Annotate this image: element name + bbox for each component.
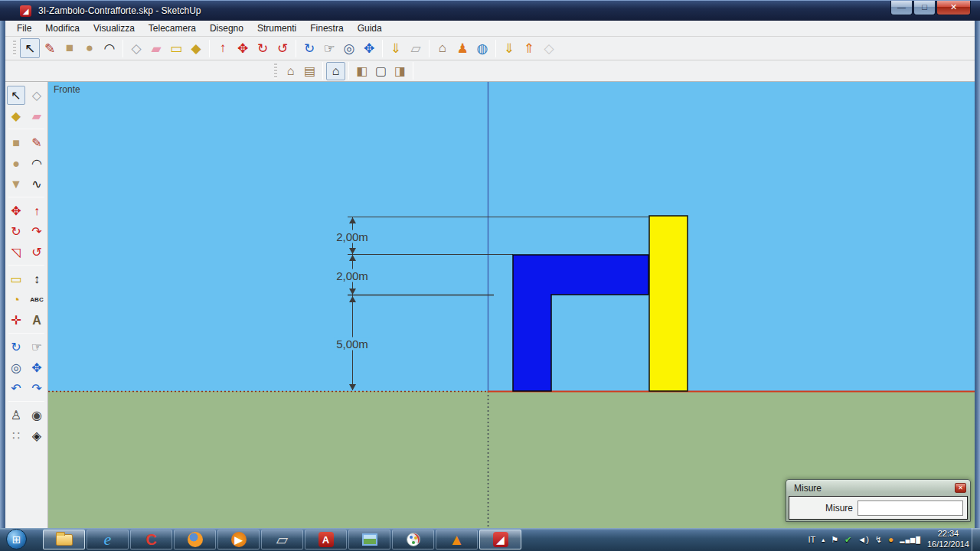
walk-tool-icon[interactable]: ∷ xyxy=(7,426,25,445)
add-building-icon[interactable]: ⌂ xyxy=(433,38,452,58)
arc-tool-icon[interactable]: ◠ xyxy=(100,38,119,58)
axes-tool-icon[interactable]: ✛ xyxy=(7,311,25,330)
zoom-extents-tool-icon[interactable]: ✥ xyxy=(359,38,379,58)
measure-panel-close-icon[interactable]: ✕ xyxy=(955,483,966,493)
toolbar-grip[interactable] xyxy=(13,41,16,56)
rotate-tool-icon[interactable]: ↻ xyxy=(253,38,273,58)
menu-finestra[interactable]: Finestra xyxy=(303,21,350,35)
rectangle-tool-icon[interactable]: ■ xyxy=(7,133,25,152)
show-hidden-icons-chevron[interactable]: ▴ xyxy=(822,536,825,543)
show-desktop-button[interactable] xyxy=(972,528,980,551)
taskbar-image-viewer-button[interactable] xyxy=(348,530,390,549)
pan-tool-icon[interactable]: ☞ xyxy=(319,38,339,58)
front-view-icon[interactable]: ⌂ xyxy=(326,62,345,80)
follow-me-tool-icon[interactable]: ↷ xyxy=(28,222,46,241)
make-component-tool-icon[interactable]: ◇ xyxy=(126,38,146,58)
push-pull-tool-icon[interactable]: ↑ xyxy=(213,38,233,58)
eraser-tool-icon[interactable]: ▰ xyxy=(28,106,46,126)
maximize-button[interactable]: □ xyxy=(913,1,936,15)
taskbar-paint-button[interactable] xyxy=(392,530,434,549)
menu-modifica[interactable]: Modifica xyxy=(38,21,87,35)
minimize-button[interactable]: — xyxy=(890,1,913,15)
paint-bucket-tool-icon[interactable]: ◆ xyxy=(186,38,206,58)
google-earth-icon[interactable]: ◍ xyxy=(472,38,492,58)
tray-app-icon[interactable]: ● xyxy=(888,534,893,545)
select-tool-icon[interactable]: ↖ xyxy=(20,38,40,58)
toggle-terrain-icon[interactable]: ▱ xyxy=(406,38,426,58)
orbit-tool-icon[interactable]: ↻ xyxy=(7,337,25,357)
drawing-canvas[interactable]: Fronte 2,00m 2,00m 5,00m xyxy=(48,82,975,528)
taskbar-adobe-reader-button[interactable]: A xyxy=(305,530,347,549)
power-icon[interactable]: ↯ xyxy=(875,535,882,545)
protractor-tool-icon[interactable]: ◔ xyxy=(7,290,25,309)
taskbar-vlc-button[interactable]: ▲ xyxy=(436,530,478,549)
menu-disegno[interactable]: Disegno xyxy=(203,21,250,35)
zoom-tool-icon[interactable]: ◎ xyxy=(7,358,25,377)
tape-measure-tool-icon[interactable]: ▭ xyxy=(166,38,186,58)
scale-tool-icon[interactable]: ◹ xyxy=(7,243,25,262)
get-models-icon[interactable]: ⇓ xyxy=(499,38,519,58)
start-button[interactable]: ⊞ xyxy=(6,529,27,549)
freehand-tool-icon[interactable]: ∿ xyxy=(28,174,46,194)
eraser-tool-icon[interactable]: ▰ xyxy=(146,38,166,58)
circle-tool-icon[interactable]: ● xyxy=(80,38,100,58)
right-view-icon[interactable]: ◧ xyxy=(352,62,371,80)
menu-telecamera[interactable]: Telecamera xyxy=(142,21,203,35)
menu-guida[interactable]: Guida xyxy=(351,21,389,35)
select-tool-icon[interactable]: ↖ xyxy=(7,86,25,105)
move-tool-icon[interactable]: ✥ xyxy=(233,38,253,58)
action-center-flag-icon[interactable]: ⚑ xyxy=(831,535,838,545)
rotate-tool-icon[interactable]: ↻ xyxy=(7,222,25,241)
share-model-icon[interactable]: ⇑ xyxy=(519,38,539,58)
blue-l-shape[interactable] xyxy=(513,255,648,391)
orbit-tool-icon[interactable]: ↻ xyxy=(299,38,319,58)
volume-icon[interactable]: ◄) xyxy=(858,535,869,544)
toolbar-grip[interactable] xyxy=(274,64,277,79)
taskbar-3d-box-app-button[interactable]: ▱ xyxy=(261,530,303,549)
line-tool-icon[interactable]: ✎ xyxy=(40,38,60,58)
left-view-icon[interactable]: ◨ xyxy=(390,62,410,80)
look-around-tool-icon[interactable]: ◉ xyxy=(28,406,46,425)
zoom-previous-tool-icon[interactable]: ↶ xyxy=(7,379,25,398)
zoom-tool-icon[interactable]: ◎ xyxy=(339,38,359,58)
menu-visualizza[interactable]: Visualizza xyxy=(87,21,142,35)
dimension-tool-icon[interactable]: ↕ xyxy=(28,269,46,289)
taskbar-sketchup-button[interactable]: ◢ xyxy=(479,530,521,549)
taskbar-media-player-button[interactable]: ▶ xyxy=(217,530,260,549)
language-indicator[interactable]: IT xyxy=(808,535,815,544)
taskbar-explorer-button[interactable] xyxy=(43,530,85,549)
back-view-icon[interactable]: ▢ xyxy=(371,62,390,80)
yellow-column[interactable] xyxy=(649,216,688,391)
photo-textures-icon[interactable]: ♟ xyxy=(452,38,472,58)
share-component-icon[interactable]: ◇ xyxy=(539,38,559,58)
close-button[interactable]: ✕ xyxy=(936,1,971,15)
get-current-view-icon[interactable]: ⇓ xyxy=(386,38,406,58)
line-tool-icon[interactable]: ✎ xyxy=(28,133,46,152)
paint-bucket-tool-icon[interactable]: ◆ xyxy=(7,106,25,126)
pan-tool-icon[interactable]: ☞ xyxy=(28,337,46,357)
rectangle-tool-icon[interactable]: ■ xyxy=(60,38,80,58)
position-camera-tool-icon[interactable]: ♙ xyxy=(7,406,25,425)
move-tool-icon[interactable]: ✥ xyxy=(7,201,25,220)
taskbar-ccleaner-button[interactable]: C xyxy=(130,530,172,549)
taskbar-internet-explorer-button[interactable]: e xyxy=(87,530,129,549)
menu-file[interactable]: File xyxy=(10,21,38,35)
offset-tool-icon[interactable]: ↺ xyxy=(28,243,46,262)
zoom-extents-tool-icon[interactable]: ✥ xyxy=(28,358,46,377)
top-view-icon[interactable]: ▤ xyxy=(300,62,319,80)
section-plane-tool-icon[interactable]: ◈ xyxy=(28,426,46,445)
polygon-tool-icon[interactable]: ▼ xyxy=(7,174,25,194)
network-signal-icon[interactable]: ▂▄▆█ xyxy=(900,536,921,543)
make-component-tool-icon[interactable]: ◇ xyxy=(28,86,46,105)
measure-input[interactable] xyxy=(858,500,963,516)
iso-view-icon[interactable]: ⌂ xyxy=(281,62,300,80)
text-tool-icon[interactable]: ABC xyxy=(28,290,46,309)
push-pull-tool-icon[interactable]: ↑ xyxy=(28,201,46,220)
offset-tool-icon[interactable]: ↺ xyxy=(273,38,292,58)
menu-strumenti[interactable]: Strumenti xyxy=(250,21,303,35)
arc-tool-icon[interactable]: ◠ xyxy=(28,154,46,173)
circle-tool-icon[interactable]: ● xyxy=(7,154,25,173)
tape-measure-tool-icon[interactable]: ▭ xyxy=(7,269,25,289)
3d-text-tool-icon[interactable]: A xyxy=(28,311,46,330)
usb-safely-remove-icon[interactable]: ✔ xyxy=(844,535,851,545)
